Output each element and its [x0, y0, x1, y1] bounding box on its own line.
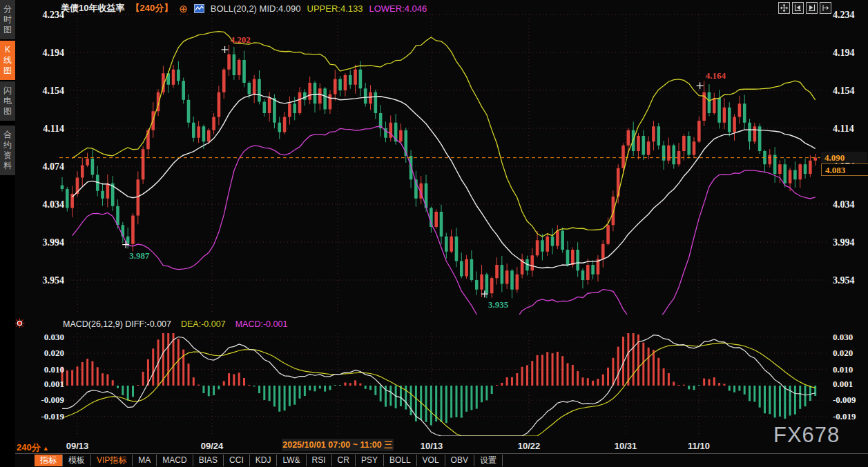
pan-icon[interactable]	[778, 2, 790, 14]
svg-text:4.114: 4.114	[833, 123, 854, 134]
svg-text:4.202: 4.202	[231, 34, 251, 45]
macd-diff-label: MACD(26,12,9) DIFF:-0.007	[63, 319, 171, 329]
macd-label-row: MACD(26,12,9) DIFF:-0.007 DEA:-0.007 MAC…	[63, 319, 287, 329]
toolbar-item[interactable]: VIP指标	[91, 455, 133, 466]
toolbar-item[interactable]: OBV	[445, 455, 474, 466]
fx678-watermark: FX678	[773, 423, 840, 448]
zoom-out-icon[interactable]	[792, 2, 804, 14]
svg-text:3.954: 3.954	[43, 275, 65, 286]
goto-latest-icon[interactable]	[820, 2, 831, 14]
app-window: 3.9874.2023.9354.1644.2344.2344.1944.194…	[0, 0, 868, 467]
toolbar-item[interactable]: MA	[133, 455, 157, 466]
price-chart-canvas[interactable]: 3.9874.2023.9354.1644.2344.2344.1944.194…	[0, 0, 868, 467]
boll-lower-label: LOWER:4.046	[369, 3, 427, 14]
svg-text:0.020: 0.020	[833, 348, 853, 358]
svg-text:3.994: 3.994	[43, 237, 65, 248]
period-tag: 【240分】	[131, 2, 173, 14]
svg-text:4.194: 4.194	[833, 48, 855, 58]
svg-text:4.154: 4.154	[43, 86, 65, 96]
svg-text:09/24: 09/24	[201, 441, 224, 451]
chart-title: 美债10年收益率	[61, 2, 124, 14]
sidebar-tab[interactable]: K线图	[0, 41, 15, 80]
svg-text:-0.009: -0.009	[833, 395, 856, 405]
svg-text:4.074: 4.074	[43, 161, 65, 172]
line-chart-icon[interactable]	[194, 4, 204, 13]
toolbar-item[interactable]: VOL	[417, 455, 445, 466]
svg-text:-0.019: -0.019	[833, 411, 856, 421]
svg-text:09/13: 09/13	[66, 441, 89, 451]
svg-text:0.010: 0.010	[833, 364, 853, 375]
svg-text:0.001: 0.001	[44, 379, 64, 389]
svg-text:3.987: 3.987	[129, 250, 150, 261]
macd-dea-label: DEA:-0.007	[181, 319, 226, 329]
svg-text:4.234: 4.234	[833, 10, 855, 20]
svg-text:0.001: 0.001	[833, 379, 853, 389]
toolbar-item[interactable]: RSI	[307, 455, 332, 466]
toolbar-item[interactable]: 模板	[63, 455, 91, 466]
boll-label: BOLL(20,2) MID:4.090	[211, 3, 301, 14]
indicator-toolbar: 指标 模板 VIP指标 MA MACD BIAS CCI KDJ LW& RSI…	[35, 454, 503, 467]
svg-text:-0.019: -0.019	[41, 411, 64, 421]
topbar: 美债10年收益率 【240分】 ⊕ BOLL(20,2) MID:4.090 U…	[61, 2, 427, 14]
svg-text:0.020: 0.020	[44, 348, 64, 358]
svg-text:0.030: 0.030	[833, 332, 853, 342]
sidebar: 分时图 K线图 闪电图 合约资料	[0, 0, 15, 467]
toolbar-item[interactable]: LW&	[277, 455, 306, 466]
add-indicator-icon[interactable]: ⊕	[179, 4, 188, 13]
toolbar-item[interactable]: KDJ	[250, 455, 278, 466]
toolbar-item[interactable]: BOLL	[384, 455, 417, 466]
toolbar-item[interactable]: 设置	[474, 455, 503, 466]
last-price-tag: 4.083	[821, 163, 868, 176]
toolbar-item[interactable]: CCI	[224, 455, 250, 466]
sidebar-tab[interactable]: 闪电图	[0, 81, 15, 121]
svg-text:0.030: 0.030	[44, 332, 64, 342]
chart-tool-icons	[778, 2, 831, 14]
svg-text:3.994: 3.994	[833, 237, 855, 248]
toolbar-item[interactable]: MACD	[157, 455, 193, 466]
svg-text:11/10: 11/10	[688, 441, 710, 451]
svg-text:10/13: 10/13	[421, 441, 443, 451]
macd-value-label: MACD:-0.001	[235, 319, 288, 329]
toolbar-item[interactable]: CR	[332, 455, 356, 466]
svg-text:4.164: 4.164	[706, 70, 726, 81]
svg-text:4.034: 4.034	[833, 199, 855, 210]
svg-text:0.010: 0.010	[44, 364, 64, 375]
highlighted-date-label: 2025/10/01 07:00 ~ 11:00 三	[282, 439, 394, 451]
svg-text:10/31: 10/31	[615, 441, 637, 451]
toolbar-item[interactable]: BIAS	[193, 455, 224, 466]
svg-text:4.034: 4.034	[43, 199, 65, 210]
svg-text:4.154: 4.154	[833, 86, 855, 96]
sidebar-tab[interactable]: 合约资料	[0, 126, 15, 175]
boll-upper-label: UPPER:4.133	[307, 3, 363, 14]
svg-text:4.194: 4.194	[43, 48, 65, 58]
svg-text:10/22: 10/22	[518, 441, 541, 451]
svg-text:3.954: 3.954	[833, 275, 855, 286]
zoom-in-icon[interactable]	[806, 2, 818, 14]
sidebar-tab[interactable]: 分时图	[0, 0, 15, 39]
svg-text:-0.009: -0.009	[41, 395, 64, 405]
svg-text:4.114: 4.114	[43, 123, 64, 134]
alarm-icon[interactable]	[15, 318, 25, 331]
svg-text:3.935: 3.935	[488, 299, 509, 310]
mid-price-tag: 4.090	[821, 152, 867, 163]
toolbar-item[interactable]: 指标	[35, 455, 63, 466]
period-selector[interactable]: 240分▲	[17, 441, 49, 454]
toolbar-item[interactable]: PSY	[356, 455, 384, 466]
up-triangle-icon: ▲	[43, 445, 49, 452]
